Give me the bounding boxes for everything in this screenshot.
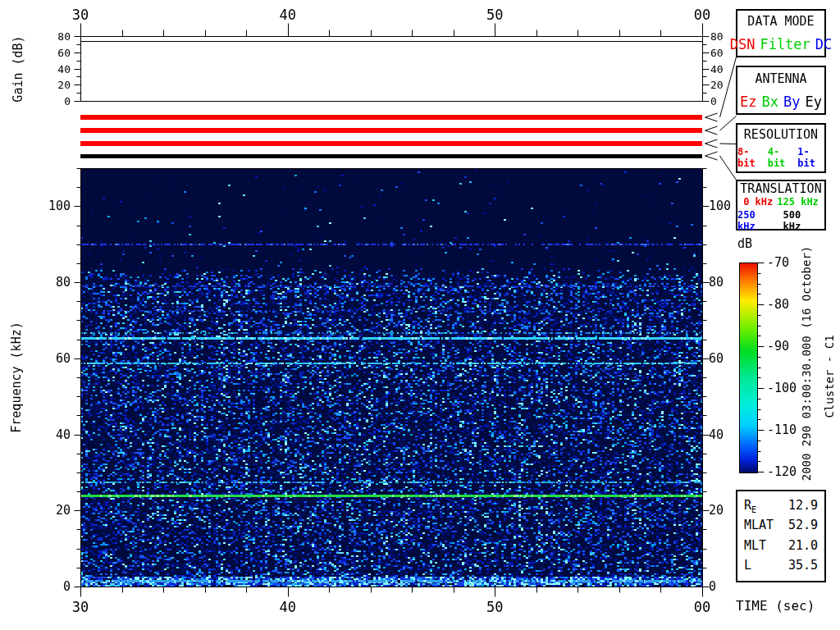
freq-tick-right: 20 <box>709 503 724 518</box>
resolution-title: RESOLUTION <box>744 127 818 142</box>
time-tick-bottom: 50 <box>486 599 503 615</box>
translation-bar <box>80 154 702 158</box>
antenna-title: ANTENNA <box>755 71 806 86</box>
gain-tick-left: 80 <box>57 30 71 43</box>
gain-tick-left: 0 <box>64 95 71 107</box>
mlt-value: 21.0 <box>788 538 818 555</box>
translation-0khz: 0 kHz <box>743 196 773 208</box>
colorbar-tick-label: -80 <box>767 297 789 312</box>
resolution-8bit: 8-bit <box>737 146 765 169</box>
resolution-1bit: 1-bit <box>797 146 824 169</box>
re-label: R <box>744 498 751 513</box>
data-mode-title: DATA MODE <box>747 14 814 29</box>
antenna-bar <box>80 128 702 133</box>
time-tick-top: 40 <box>279 7 295 23</box>
data-mode-dsn: DSN <box>730 36 756 52</box>
l-label: L <box>744 558 751 573</box>
translation-title: TRANSLATION <box>740 181 821 196</box>
freq-tick-left: 40 <box>56 427 71 442</box>
spectrogram-canvas <box>80 168 702 587</box>
colorbar <box>739 262 758 473</box>
data-mode-box: DATA MODE DSN Filter DC <box>736 9 826 57</box>
gain-tick-right: 0 <box>710 95 717 107</box>
data-mode-filter: Filter <box>760 36 810 52</box>
gain-tick-left: 60 <box>57 46 71 58</box>
translation-box: TRANSLATION 0 kHz 125 kHz 250 kHz 500 kH… <box>736 180 826 231</box>
ephemeris-row-l: L 35.5 <box>744 558 818 574</box>
gain-tick-right: 80 <box>710 30 724 43</box>
data-mode-bar <box>80 115 702 120</box>
freq-tick-left: 20 <box>56 503 71 518</box>
colorbar-title: dB <box>737 236 752 251</box>
colorbar-tick-label: -90 <box>767 339 789 354</box>
resolution-box: RESOLUTION 8-bit 4-bit 1-bit <box>736 123 826 173</box>
colorbar-tick-label: -70 <box>767 255 789 270</box>
freq-tick-left: 100 <box>48 199 71 213</box>
translation-250khz: 250 kHz <box>737 209 779 232</box>
frequency-axis-title: Frequency (kHz) <box>9 322 24 432</box>
freq-tick-left: 60 <box>56 351 71 366</box>
gain-tick-right: 20 <box>710 79 724 91</box>
callout-arrows <box>705 57 737 180</box>
antenna-bx: Bx <box>762 94 778 110</box>
gain-axis-title: Gain (dB) <box>11 35 25 102</box>
antenna-box: ANTENNA Ez Bx By Ey <box>736 66 826 115</box>
gain-tick-left: 20 <box>57 79 71 91</box>
mlat-label: MLAT <box>744 518 774 532</box>
translation-500khz: 500 kHz <box>783 209 825 232</box>
gain-tick-right: 60 <box>710 46 724 58</box>
time-tick-top: 30 <box>72 7 89 23</box>
spacecraft-annotation: Cluster - C1 <box>823 335 836 418</box>
colorbar-tick-label: -110 <box>767 422 797 437</box>
status-bars <box>80 115 702 158</box>
datetime-annotation: 2000 290 03:00:30.000 (16 October) <box>800 246 813 482</box>
ephemeris-box: RE 12.9 MLAT 52.9 MLT 21.0 L 35.5 <box>736 490 826 582</box>
ephemeris-row-mlt: MLT 21.0 <box>744 538 818 555</box>
colorbar-tick-label: -100 <box>767 381 797 395</box>
re-value: 12.9 <box>788 498 818 514</box>
freq-tick-right: 100 <box>709 199 731 213</box>
wbd-spectrogram-page: Gain (dB) Frequency (kHz) 30304040505000… <box>0 0 840 630</box>
freq-tick-right: 0 <box>709 579 716 594</box>
time-tick-bottom: 40 <box>279 599 295 615</box>
gain-tick-left: 40 <box>57 62 71 75</box>
resolution-4bit: 4-bit <box>768 146 795 169</box>
data-mode-dc: DC <box>815 36 832 52</box>
ephemeris-row-re: RE 12.9 <box>744 498 818 514</box>
antenna-ez: Ez <box>740 94 756 110</box>
mlt-label: MLT <box>744 538 766 553</box>
freq-tick-right: 40 <box>709 427 724 442</box>
resolution-bar <box>80 141 702 146</box>
freq-tick-left: 0 <box>63 579 71 594</box>
antenna-by: By <box>783 94 800 110</box>
gain-tick-right: 40 <box>710 62 724 75</box>
l-value: 35.5 <box>788 558 818 574</box>
freq-tick-right: 60 <box>709 351 724 366</box>
time-axis-title: TIME (sec) <box>736 598 815 614</box>
colorbar-tick-label: -120 <box>767 464 797 479</box>
antenna-ey: Ey <box>805 94 821 110</box>
time-tick-bottom: 30 <box>72 599 89 615</box>
translation-125khz: 125 kHz <box>777 196 819 208</box>
time-tick-top: 00 <box>694 7 710 23</box>
freq-tick-right: 80 <box>709 275 724 290</box>
time-tick-bottom: 00 <box>694 599 710 615</box>
mlat-value: 52.9 <box>788 518 818 534</box>
ephemeris-row-mlat: MLAT 52.9 <box>744 518 818 534</box>
freq-tick-left: 80 <box>56 275 71 290</box>
time-tick-top: 50 <box>486 7 503 23</box>
